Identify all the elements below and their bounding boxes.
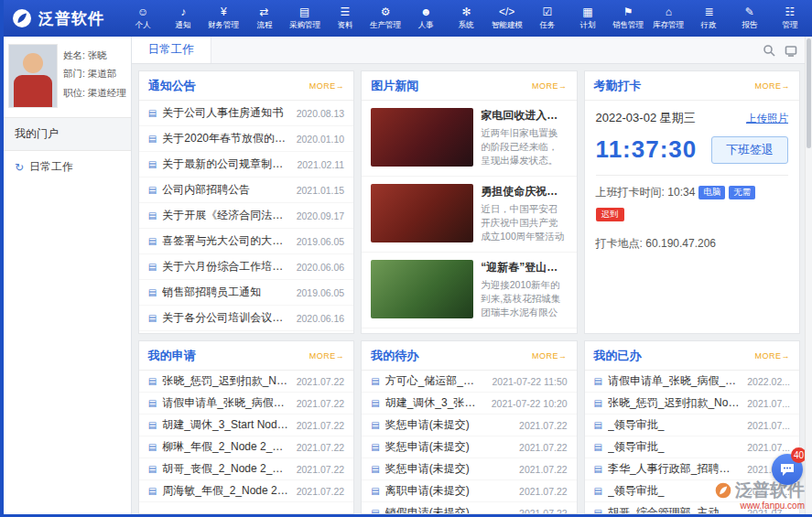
todo-list-item[interactable]: ▤ 奖惩申请(未提交) 2021.07.22 (362, 458, 576, 480)
divider (596, 175, 788, 176)
notice-list-item[interactable]: ▤ 关于公司人事住房通知书 2020.08.13 (139, 101, 353, 126)
application-list-item[interactable]: ▤ 胡建_调休_3_Start Node… 2021.07.22 (139, 415, 353, 436)
todo-list-item[interactable]: ▤ 方可心_储运部_库管员_营… 2021-07-22 11:50 (362, 371, 576, 393)
todo-text: 奖惩申请(未提交) (385, 439, 512, 455)
nav-item-purchasing[interactable]: ▤ 采购管理 (285, 0, 325, 37)
modeling-code-icon: </> (499, 5, 514, 18)
sidebar-item-daily-work[interactable]: ↻ 日常工作 (4, 151, 131, 183)
panel-applications-title: 我的申请 (148, 348, 196, 364)
todo-text: 胡建_调休_3_张晓_退回 (385, 395, 484, 411)
done-list-item[interactable]: ▤ _领导审批_ 2021.07... (585, 415, 799, 436)
refresh-circle-icon: ↻ (15, 161, 24, 174)
application-list-item[interactable]: ▤ 胡哥_丧假_2_Node 2_… 2021.07.22 (139, 458, 353, 480)
upload-photo-link[interactable]: 上传照片 (746, 112, 788, 125)
doc-icon: ▤ (594, 376, 602, 386)
application-date: 2021.07.22 (297, 486, 345, 497)
done-list-item[interactable]: ▤ _领导审批_ 2021.07... (585, 480, 799, 502)
checkin-tag-badge: 无需 (729, 186, 755, 199)
panel-done-title: 我的已办 (594, 348, 642, 364)
finance-icon: ¥ (221, 5, 227, 18)
nav-item-production[interactable]: ⚙ 生产管理 (365, 0, 406, 37)
dashboard-grid: 通知公告 MORE→ ▤ 关于公司人事住房通知书 2020.08.13 (132, 64, 812, 514)
todo-list-item[interactable]: ▤ 销假申请(未提交) 2021.07.22 (362, 502, 576, 513)
application-date: 2021.07.22 (297, 420, 345, 431)
nav-item-label: 采购管理 (289, 19, 320, 30)
notice-list-item[interactable]: ▤ 公司内部招聘公告 2021.01.15 (139, 178, 353, 203)
panel-done-more-link[interactable]: MORE→ (755, 351, 791, 361)
done-text: 请假申请单_张晓_病假_1… (608, 373, 740, 389)
application-date: 2021.07.22 (297, 376, 345, 387)
nav-item-personal[interactable]: ☺ 个人 (123, 0, 163, 37)
notice-list-item[interactable]: ▤ 关于2020年春节放假的通知 2020.01.10 (139, 126, 353, 152)
nav-item-inventory[interactable]: ⌂ 库存管理 (648, 0, 688, 37)
nav-item-hr[interactable]: ☻ 人事 (406, 0, 446, 37)
nav-item-finance[interactable]: ¥ 财务管理 (203, 0, 244, 37)
doc-icon: ▤ (594, 398, 602, 408)
nav-item-modeling[interactable]: </> 智能建模 (487, 0, 527, 37)
notice-list-item[interactable]: ▤ 关于最新的公司规章制度细则通知 2021.02.11 (139, 152, 353, 178)
workflow-icon: ⇄ (260, 5, 269, 18)
nav-item-process[interactable]: ⇄ 流程 (244, 0, 285, 37)
doc-icon: ▤ (148, 486, 157, 496)
news-summary: 近两年旧家电置换的阶段已经来临，呈现出爆发状态。国家出台规范商家的法律法规、促进… (481, 126, 567, 168)
tab-daily-work[interactable]: 日常工作 (132, 37, 211, 63)
chat-button[interactable]: 40 (772, 454, 803, 485)
nav-item-notice[interactable]: ♪ 通知 (163, 0, 203, 37)
doc-icon: ▤ (371, 376, 379, 386)
notice-list-item[interactable]: ▤ 关于各分公司培训会议的通知 2020.06.16 (139, 306, 353, 331)
doc-icon: ▤ (148, 108, 157, 118)
nav-item-label: 生产管理 (370, 19, 401, 30)
production-gear-icon: ⚙ (381, 5, 391, 18)
notice-list-item[interactable]: ▤ 销售部招聘员工通知 2019.06.05 (139, 280, 353, 306)
sidebar-item-portal[interactable]: 我的门户 (4, 117, 131, 151)
panel-attendance-more-link[interactable]: MORE→ (755, 81, 791, 91)
checkin-time-label: 上班打卡时间: 10:34 (596, 185, 696, 200)
application-list-item[interactable]: ▤ 张晓_惩罚_迟到扣款_No… 2021.07.22 (139, 371, 353, 393)
notice-text: 喜签署与光大公司的大订单、… (162, 233, 288, 249)
nav-item-task[interactable]: ☑ 任务 (527, 0, 568, 37)
tab-bar: 日常工作 (132, 37, 812, 64)
notice-list-item[interactable]: ▤ 关于开展《经济合同法》的相关… 2020.09.17 (139, 203, 353, 229)
notice-list: ▤ 关于公司人事住房通知书 2020.08.13 ▤ 关于2020年春节放假的通… (139, 101, 353, 333)
panel-todos-more-link[interactable]: MORE→ (532, 351, 568, 361)
done-list-item[interactable]: ▤ 请假申请单_张晓_病假_1… 2022.02... (585, 371, 799, 393)
todo-list-item[interactable]: ▤ 奖惩申请(未提交) 2021.07.22 (362, 436, 576, 458)
panel-notices-more-link[interactable]: MORE→ (309, 81, 345, 91)
panel-todos-title: 我的待办 (371, 348, 418, 364)
nav-item-system[interactable]: ✻ 系统 (446, 0, 486, 37)
application-list-item[interactable]: ▤ 请假申请单_张晓_病假_2… 2021.07.22 (139, 393, 353, 415)
news-item[interactable]: “迎新春”登山活动 为迎接2010新年的到来,荔枝花招城集团瑞丰水泥有限公司于2… (362, 253, 576, 329)
search-icon[interactable] (763, 44, 775, 57)
nav-item-management[interactable]: ☷ 管理 (770, 0, 810, 37)
notice-list-item[interactable]: ▤ 关于六月份综合工作培训内容及… 2020.06.06 (139, 254, 353, 280)
nav-item-plan[interactable]: ▦ 计划 (568, 0, 608, 37)
hr-person-icon: ☻ (420, 5, 432, 18)
notice-list-item[interactable]: ▤ 喜签署与光大公司的大订单、… 2019.06.05 (139, 229, 353, 254)
todo-list-item[interactable]: ▤ 离职申请(未提交) 2021.07.22 (362, 480, 576, 502)
app-logo[interactable]: 泛普软件 (11, 7, 123, 29)
nav-item-docs[interactable]: ☰ 资料 (325, 0, 365, 37)
done-list-item[interactable]: ▤ _领导审批_ 2021.07... (585, 436, 799, 458)
panel-applications-more-link[interactable]: MORE→ (309, 351, 345, 361)
nav-item-admin[interactable]: ≣ 行政 (688, 0, 729, 37)
doc-icon: ▤ (371, 442, 379, 452)
export-icon[interactable] (785, 44, 797, 57)
doc-icon: ▤ (594, 442, 602, 452)
done-list-item[interactable]: ▤ 胡哥_综合管理部_主动离… 2021.07... (585, 502, 799, 513)
scrollbar-thumb[interactable] (807, 38, 811, 148)
application-list-item[interactable]: ▤ 周海敏_年假_2_Node 2_… 2021.07.22 (139, 480, 353, 502)
news-item[interactable]: 勇担使命庆祝建党百年、中… 近日，中国平安召开庆祝中国共产党成立100周年暨活动… (362, 177, 576, 253)
done-list-item[interactable]: ▤ 李华_人事行政部_招聘专员… 2021.07... (585, 458, 799, 480)
news-item[interactable]: 家电回收进入爆发期 家电… 近两年旧家电置换的阶段已经来临，呈现出爆发状态。国家… (362, 101, 576, 177)
sign-out-button[interactable]: 下班签退 (711, 136, 788, 164)
todo-list-item[interactable]: ▤ 胡建_调休_3_张晓_退回 2021-07-22 10:20 (362, 393, 576, 415)
panel-news-more-link[interactable]: MORE→ (532, 81, 568, 91)
application-list-item[interactable]: ▤ 柳琳_年假_2_Node 2_… 2021.07.22 (139, 436, 353, 458)
nav-item-sales[interactable]: ⚑ 销售管理 (608, 0, 648, 37)
notice-text: 关于2020年春节放假的通知 (162, 131, 288, 146)
vertical-scrollbar[interactable] (805, 37, 812, 514)
panel-attendance: 考勤打卡 MORE→ 2022-03-02 星期三 上传照片 11:37:30 … (584, 70, 800, 334)
todo-list-item[interactable]: ▤ 奖惩申请(未提交) 2021.07.22 (362, 415, 576, 436)
done-list-item[interactable]: ▤ 张晓_惩罚_迟到扣款_Node… 2021.07... (585, 393, 799, 415)
nav-item-report[interactable]: ✎ 报告 (730, 0, 770, 37)
